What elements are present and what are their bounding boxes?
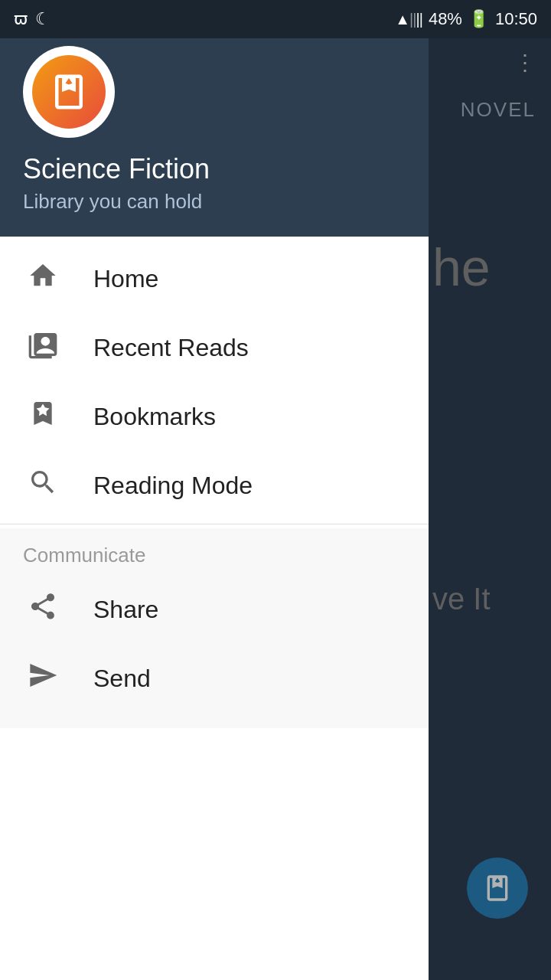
status-bar-left: ϖ ☾ <box>14 9 51 29</box>
home-label: Home <box>93 265 158 293</box>
reading-mode-icon <box>23 467 63 505</box>
communicate-section: Communicate Share Send <box>0 528 429 728</box>
share-icon <box>23 591 63 629</box>
app-logo-circle <box>23 46 115 138</box>
time-display: 10:50 <box>495 9 537 29</box>
nav-item-home[interactable]: Home <box>0 244 429 313</box>
send-label: Send <box>93 665 151 693</box>
nav-item-bookmarks[interactable]: Bookmarks <box>0 382 429 451</box>
signal-icon: ▲|||| <box>395 11 422 28</box>
bookmarks-icon <box>23 398 63 436</box>
nav-item-recent-reads[interactable]: Recent Reads <box>0 313 429 382</box>
book-logo-icon <box>48 71 90 113</box>
drawer-divider <box>0 524 429 524</box>
reading-mode-label: Reading Mode <box>93 472 253 500</box>
send-icon <box>23 660 63 697</box>
moon-icon: ☾ <box>35 9 51 29</box>
home-icon <box>23 260 63 298</box>
recent-reads-label: Recent Reads <box>93 334 249 362</box>
share-label: Share <box>93 596 158 624</box>
drawer-app-name: Science Fiction <box>23 153 406 185</box>
bookmarks-label: Bookmarks <box>93 403 216 431</box>
navigation-drawer: Science Fiction Library you can hold Hom… <box>0 0 429 980</box>
battery-icon: 🔋 <box>468 9 489 29</box>
recent-reads-icon <box>23 329 63 367</box>
drawer-nav: Home Recent Reads Bookmarks <box>0 237 429 980</box>
drawer-app-subtitle: Library you can hold <box>23 190 406 214</box>
pi-icon: ϖ <box>14 9 28 29</box>
communicate-section-label: Communicate <box>0 528 429 575</box>
status-bar: ϖ ☾ ▲|||| 48% 🔋 10:50 <box>0 0 551 38</box>
status-bar-right: ▲|||| 48% 🔋 10:50 <box>395 9 537 29</box>
battery-percent: 48% <box>429 9 462 29</box>
app-logo-inner <box>32 55 106 129</box>
nav-item-reading-mode[interactable]: Reading Mode <box>0 451 429 520</box>
nav-item-share[interactable]: Share <box>0 575 429 644</box>
nav-item-send[interactable]: Send <box>0 644 429 713</box>
